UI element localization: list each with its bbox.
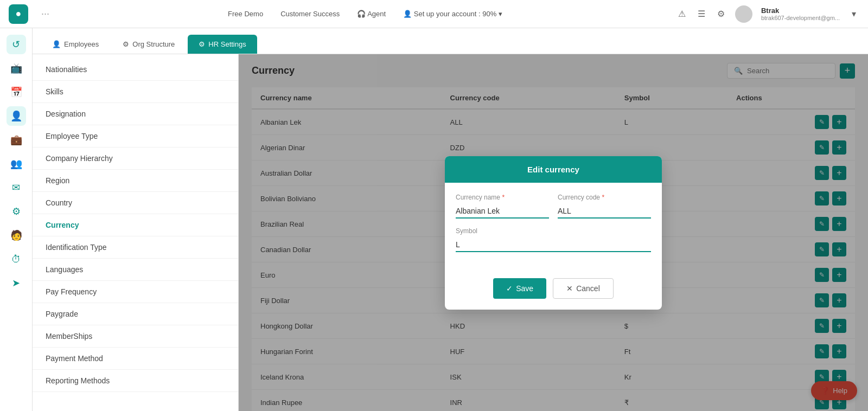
nav-item-memberships[interactable]: MemberShips <box>33 325 238 348</box>
sidebar-icon-briefcase[interactable]: 💼 <box>7 130 26 150</box>
nav-setup[interactable]: 👤 Set up your account : 90% ▾ <box>403 10 502 18</box>
document-icon[interactable]: ☰ <box>696 9 707 20</box>
currency-code-label: Currency code * <box>558 194 651 201</box>
sidebar-icon-send[interactable]: ➤ <box>7 273 26 293</box>
right-content: Currency 🔍 + Currency name Currency code… <box>239 54 868 411</box>
modal-body: Currency name * Currency code * <box>445 183 662 272</box>
modal-footer: ✓ Save ✕ Cancel <box>445 272 662 310</box>
nav-item-nationalities[interactable]: Nationalities <box>33 59 238 81</box>
symbol-label: Symbol <box>456 227 651 235</box>
nav-item-identification-type[interactable]: Identification Type <box>33 236 238 259</box>
tab-org-structure[interactable]: ⚙ Org Structure <box>112 35 186 54</box>
currency-name-input[interactable] <box>456 204 549 219</box>
org-icon: ⚙ <box>123 40 129 48</box>
sidebar-icon-group[interactable]: 👥 <box>7 154 26 174</box>
main-area: 👤 Employees ⚙ Org Structure ⚙ HR Setting… <box>33 28 868 411</box>
tab-bar: 👤 Employees ⚙ Org Structure ⚙ HR Setting… <box>33 28 868 54</box>
tab-employees[interactable]: 👤 Employees <box>41 35 110 54</box>
nav-item-paygrade[interactable]: Paygrade <box>33 303 238 325</box>
nav-free-demo[interactable]: Free Demo <box>228 10 263 18</box>
sidebar-icon-person[interactable]: 🧑 <box>7 226 26 245</box>
nav-item-employee-type[interactable]: Employee Type <box>33 125 238 147</box>
sidebar-icon-user[interactable]: 👤 <box>7 106 26 126</box>
sidebar-icon-timer[interactable]: ⏱ <box>7 249 26 269</box>
nav-item-skills[interactable]: Skills <box>33 81 238 103</box>
agent-icon: 🎧 <box>357 10 366 18</box>
currency-code-input[interactable] <box>558 204 651 219</box>
employees-icon: 👤 <box>52 40 61 48</box>
tab-hr-settings[interactable]: ⚙ HR Settings <box>188 35 257 54</box>
hr-settings-icon: ⚙ <box>199 40 205 48</box>
topnav-links: Free Demo Customer Success 🎧 Agent 👤 Set… <box>67 10 663 18</box>
sidebar-icon-refresh[interactable]: ↺ <box>7 35 26 54</box>
content-layout: Nationalities Skills Designation Employe… <box>33 54 868 411</box>
required-indicator-2: * <box>602 194 604 201</box>
modal-overlay: Edit currency Currency name * <box>239 54 868 411</box>
dots-icon: ··· <box>41 8 49 20</box>
nav-item-languages[interactable]: Languages <box>33 259 238 281</box>
avatar <box>735 5 752 23</box>
field-currency-code: Currency code * <box>558 194 651 219</box>
nav-item-pay-frequency[interactable]: Pay Frequency <box>33 281 238 303</box>
nav-item-currency[interactable]: Currency <box>33 214 238 236</box>
nav-item-company-hierarchy[interactable]: Company Hierarchy <box>33 147 238 170</box>
sidebar-icon-mail[interactable]: ✉ <box>7 178 26 197</box>
form-row-1: Currency name * Currency code * <box>456 194 651 219</box>
nav-customer-success[interactable]: Customer Success <box>280 10 340 18</box>
logo[interactable]: ● <box>9 4 28 24</box>
symbol-input[interactable] <box>456 238 651 252</box>
nav-item-payment-method[interactable]: Payment Method <box>33 348 238 370</box>
x-icon: ✕ <box>566 284 573 293</box>
sidebar-icon-calendar[interactable]: 📅 <box>7 82 26 102</box>
dropdown-icon[interactable]: ▾ <box>848 9 859 20</box>
username: Btrak <box>761 7 840 15</box>
nav-item-country[interactable]: Country <box>33 192 238 214</box>
left-sidebar: ↺ 📺 📅 👤 💼 👥 ✉ ⚙ 🧑 ⏱ ➤ <box>0 28 33 411</box>
field-currency-name: Currency name * <box>456 194 549 219</box>
sidebar-icon-settings[interactable]: ⚙ <box>7 202 26 221</box>
nav-agent[interactable]: 🎧 Agent <box>357 10 386 18</box>
currency-name-label: Currency name * <box>456 194 549 201</box>
sidebar-icon-tv[interactable]: 📺 <box>7 59 26 78</box>
user-info: Btrak btrak607-development@gm... <box>761 7 840 21</box>
nav-item-region[interactable]: Region <box>33 170 238 192</box>
modal-title: Edit currency <box>445 156 662 183</box>
nav-item-designation[interactable]: Designation <box>33 103 238 125</box>
edit-currency-modal: Edit currency Currency name * <box>445 156 662 310</box>
required-indicator: * <box>502 194 505 201</box>
check-icon: ✓ <box>506 284 513 293</box>
cancel-button[interactable]: ✕ Cancel <box>553 278 614 299</box>
form-row-2: Symbol <box>456 227 651 252</box>
field-symbol: Symbol <box>456 227 651 252</box>
left-nav: Nationalities Skills Designation Employe… <box>33 54 239 411</box>
nav-item-reporting-methods[interactable]: Reporting Methods <box>33 370 238 392</box>
warning-icon[interactable]: ⚠ <box>676 9 687 20</box>
save-button[interactable]: ✓ Save <box>493 278 546 299</box>
user-email: btrak607-development@gm... <box>761 15 840 21</box>
user-icon: 👤 <box>403 10 412 18</box>
chevron-down-icon: ▾ <box>499 10 502 18</box>
topnav: ● ··· Free Demo Customer Success 🎧 Agent… <box>0 0 868 28</box>
topnav-right: ⚠ ☰ ⚙ Btrak btrak607-development@gm... ▾ <box>676 5 859 23</box>
settings-icon[interactable]: ⚙ <box>716 9 726 20</box>
